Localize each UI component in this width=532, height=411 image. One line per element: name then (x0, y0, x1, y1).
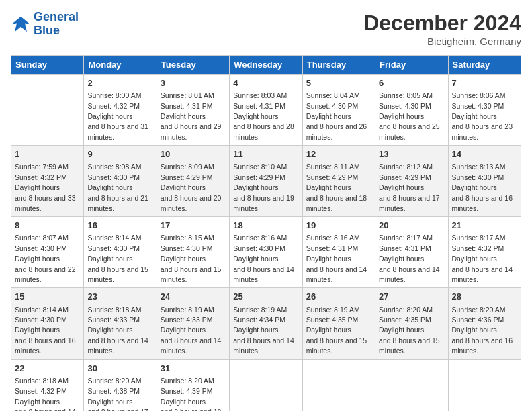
calendar-table: SundayMondayTuesdayWednesdayThursdayFrid… (11, 55, 521, 411)
calendar-cell: 26 Sunrise: 8:19 AMSunset: 4:35 PMDaylig… (302, 288, 375, 359)
day-number: 16 (87, 220, 152, 232)
day-info: Sunrise: 8:17 AMSunset: 4:32 PMDaylight … (452, 234, 513, 283)
calendar-cell: 31 Sunrise: 8:20 AMSunset: 4:39 PMDaylig… (157, 359, 229, 411)
calendar-cell: 17 Sunrise: 8:15 AMSunset: 4:30 PMDaylig… (157, 217, 229, 288)
day-number: 30 (87, 363, 152, 375)
logo: General Blue (11, 11, 79, 38)
day-info: Sunrise: 8:14 AMSunset: 4:30 PMDaylight … (87, 234, 148, 283)
day-info: Sunrise: 8:18 AMSunset: 4:33 PMDaylight … (87, 306, 148, 355)
day-info: Sunrise: 8:01 AMSunset: 4:31 PMDaylight … (161, 91, 222, 141)
day-info: Sunrise: 8:19 AMSunset: 4:33 PMDaylight … (161, 306, 222, 355)
day-number: 8 (15, 220, 80, 232)
calendar-cell: 3 Sunrise: 8:01 AMSunset: 4:31 PMDayligh… (157, 75, 229, 146)
day-info: Sunrise: 8:19 AMSunset: 4:34 PMDaylight … (233, 306, 294, 355)
day-info: Sunrise: 7:59 AMSunset: 4:32 PMDaylight … (15, 163, 76, 212)
day-info: Sunrise: 8:17 AMSunset: 4:31 PMDaylight … (379, 234, 440, 283)
calendar-cell: 30 Sunrise: 8:20 AMSunset: 4:38 PMDaylig… (84, 359, 157, 411)
col-header-sunday: Sunday (11, 56, 84, 75)
day-number: 22 (15, 363, 80, 375)
calendar-cell: 11 Sunrise: 8:10 AMSunset: 4:29 PMDaylig… (230, 146, 302, 217)
day-number: 5 (306, 77, 371, 89)
day-number: 13 (379, 148, 444, 161)
calendar-cell: 1 Sunrise: 7:59 AMSunset: 4:32 PMDayligh… (11, 146, 84, 217)
day-info: Sunrise: 8:07 AMSunset: 4:30 PMDaylight … (15, 234, 76, 283)
day-info: Sunrise: 8:09 AMSunset: 4:29 PMDaylight … (161, 163, 222, 212)
day-info: Sunrise: 8:06 AMSunset: 4:30 PMDaylight … (452, 91, 513, 141)
day-number: 4 (233, 77, 298, 89)
day-number: 12 (306, 148, 371, 161)
col-header-tuesday: Tuesday (157, 56, 229, 75)
day-number: 11 (233, 148, 298, 161)
calendar-cell: 5 Sunrise: 8:04 AMSunset: 4:30 PMDayligh… (302, 75, 375, 146)
calendar-cell: 25 Sunrise: 8:19 AMSunset: 4:34 PMDaylig… (230, 288, 302, 359)
day-info: Sunrise: 8:14 AMSunset: 4:30 PMDaylight … (15, 306, 76, 355)
page-header: General Blue December 2024 Bietigheim, G… (11, 11, 521, 47)
day-info: Sunrise: 8:19 AMSunset: 4:35 PMDaylight … (306, 306, 367, 355)
col-header-saturday: Saturday (448, 56, 521, 75)
calendar-cell: 20 Sunrise: 8:17 AMSunset: 4:31 PMDaylig… (375, 217, 448, 288)
calendar-cell: 22 Sunrise: 8:18 AMSunset: 4:32 PMDaylig… (11, 359, 84, 411)
day-info: Sunrise: 8:00 AMSunset: 4:32 PMDaylight … (87, 91, 148, 141)
day-number: 18 (233, 220, 298, 232)
calendar-cell: 15 Sunrise: 8:14 AMSunset: 4:30 PMDaylig… (11, 288, 84, 359)
col-header-monday: Monday (84, 56, 157, 75)
title-block: December 2024 Bietigheim, Germany (363, 11, 521, 47)
day-info: Sunrise: 8:03 AMSunset: 4:31 PMDaylight … (233, 91, 294, 141)
day-number: 6 (379, 77, 444, 89)
day-number: 7 (452, 77, 517, 89)
calendar-cell: 6 Sunrise: 8:05 AMSunset: 4:30 PMDayligh… (375, 75, 448, 146)
month-title: December 2024 (363, 11, 521, 36)
calendar-cell: 28 Sunrise: 8:20 AMSunset: 4:36 PMDaylig… (448, 288, 521, 359)
day-number: 10 (161, 148, 226, 161)
day-number: 21 (452, 220, 517, 232)
calendar-cell: 14 Sunrise: 8:13 AMSunset: 4:30 PMDaylig… (448, 146, 521, 217)
day-info: Sunrise: 8:16 AMSunset: 4:31 PMDaylight … (306, 234, 367, 283)
svg-marker-0 (12, 17, 30, 32)
col-header-thursday: Thursday (302, 56, 375, 75)
day-info: Sunrise: 8:04 AMSunset: 4:30 PMDaylight … (306, 91, 367, 141)
day-info: Sunrise: 8:20 AMSunset: 4:38 PMDaylight … (87, 377, 148, 411)
day-number: 25 (233, 291, 298, 303)
day-number: 24 (161, 291, 226, 303)
calendar-cell: 4 Sunrise: 8:03 AMSunset: 4:31 PMDayligh… (230, 75, 302, 146)
day-info: Sunrise: 8:13 AMSunset: 4:30 PMDaylight … (452, 163, 513, 212)
calendar-cell: 23 Sunrise: 8:18 AMSunset: 4:33 PMDaylig… (84, 288, 157, 359)
calendar-cell: 24 Sunrise: 8:19 AMSunset: 4:33 PMDaylig… (157, 288, 229, 359)
day-info: Sunrise: 8:20 AMSunset: 4:36 PMDaylight … (452, 306, 513, 355)
day-number: 14 (452, 148, 517, 161)
calendar-cell: 27 Sunrise: 8:20 AMSunset: 4:35 PMDaylig… (375, 288, 448, 359)
day-number: 27 (379, 291, 444, 303)
day-info: Sunrise: 8:05 AMSunset: 4:30 PMDaylight … (379, 91, 440, 141)
day-info: Sunrise: 8:18 AMSunset: 4:32 PMDaylight … (15, 377, 76, 411)
day-info: Sunrise: 8:15 AMSunset: 4:30 PMDaylight … (161, 234, 222, 283)
calendar-cell: 2 Sunrise: 8:00 AMSunset: 4:32 PMDayligh… (84, 75, 157, 146)
calendar-cell: 13 Sunrise: 8:12 AMSunset: 4:29 PMDaylig… (375, 146, 448, 217)
col-header-friday: Friday (375, 56, 448, 75)
day-info: Sunrise: 8:08 AMSunset: 4:30 PMDaylight … (87, 163, 148, 212)
calendar-cell (230, 359, 302, 411)
day-info: Sunrise: 8:20 AMSunset: 4:35 PMDaylight … (379, 306, 440, 355)
logo-text: General Blue (34, 11, 79, 38)
calendar-cell (375, 359, 448, 411)
day-number: 9 (87, 148, 152, 161)
day-number: 15 (15, 291, 80, 303)
location: Bietigheim, Germany (363, 36, 521, 47)
day-info: Sunrise: 8:16 AMSunset: 4:30 PMDaylight … (233, 234, 294, 283)
day-info: Sunrise: 8:11 AMSunset: 4:29 PMDaylight … (306, 163, 367, 212)
day-info: Sunrise: 8:20 AMSunset: 4:39 PMDaylight … (161, 377, 222, 411)
calendar-cell: 16 Sunrise: 8:14 AMSunset: 4:30 PMDaylig… (84, 217, 157, 288)
day-number: 20 (379, 220, 444, 232)
calendar-cell: 21 Sunrise: 8:17 AMSunset: 4:32 PMDaylig… (448, 217, 521, 288)
day-info: Sunrise: 8:12 AMSunset: 4:29 PMDaylight … (379, 163, 440, 212)
day-number: 28 (452, 291, 517, 303)
calendar-cell: 19 Sunrise: 8:16 AMSunset: 4:31 PMDaylig… (302, 217, 375, 288)
day-number: 31 (161, 363, 226, 375)
day-number: 23 (87, 291, 152, 303)
calendar-cell (448, 359, 521, 411)
day-number: 3 (161, 77, 226, 89)
calendar-cell: 8 Sunrise: 8:07 AMSunset: 4:30 PMDayligh… (11, 217, 84, 288)
day-info: Sunrise: 8:10 AMSunset: 4:29 PMDaylight … (233, 163, 294, 212)
calendar-cell: 9 Sunrise: 8:08 AMSunset: 4:30 PMDayligh… (84, 146, 157, 217)
logo-icon (11, 14, 31, 34)
calendar-cell: 18 Sunrise: 8:16 AMSunset: 4:30 PMDaylig… (230, 217, 302, 288)
